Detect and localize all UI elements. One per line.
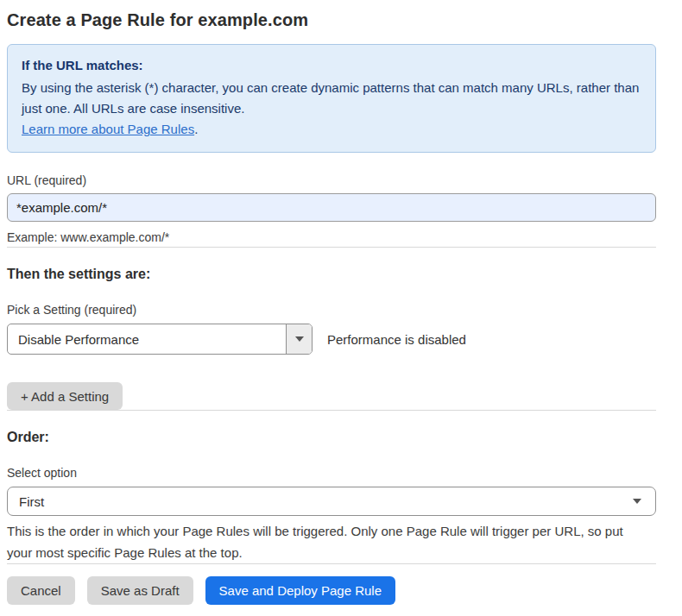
pick-setting-label: Pick a Setting (required) [7, 303, 656, 317]
url-input[interactable] [7, 193, 656, 222]
info-box-body-text: By using the asterisk (*) character, you… [22, 80, 639, 116]
divider [7, 563, 656, 564]
setting-dropdown-value: Disable Performance [8, 324, 286, 354]
link-suffix: . [194, 122, 198, 136]
chevron-down-icon [633, 499, 641, 504]
save-and-deploy-button[interactable]: Save and Deploy Page Rule [205, 576, 395, 605]
divider [7, 410, 656, 411]
add-setting-button[interactable]: + Add a Setting [7, 382, 123, 410]
order-dropdown-value: First [19, 494, 44, 509]
info-box-body: By using the asterisk (*) character, you… [22, 78, 641, 140]
setting-row: Disable Performance Performance is disab… [7, 324, 656, 355]
footer-actions: Cancel Save as Draft Save and Deploy Pag… [7, 576, 656, 605]
order-dropdown[interactable]: First [7, 487, 656, 516]
settings-section-heading: Then the settings are: [7, 267, 656, 282]
setting-dropdown[interactable]: Disable Performance [7, 324, 313, 355]
save-as-draft-button[interactable]: Save as Draft [87, 576, 193, 605]
url-field-label: URL (required) [7, 173, 656, 187]
create-page-rule-page: Create a Page Rule for example.com If th… [0, 0, 682, 616]
info-box-heading: If the URL matches: [22, 55, 641, 76]
url-example-text: Example: www.example.com/* [7, 228, 656, 247]
order-help-text: This is the order in which your Page Rul… [7, 520, 650, 563]
cancel-button[interactable]: Cancel [7, 576, 75, 605]
order-section-heading: Order: [7, 430, 656, 445]
url-matches-info-box: If the URL matches: By using the asteris… [7, 44, 656, 153]
divider [7, 247, 656, 248]
setting-dropdown-arrow-box[interactable] [286, 324, 312, 354]
order-select-label: Select option [7, 466, 656, 480]
chevron-down-icon [295, 336, 304, 342]
learn-more-link[interactable]: Learn more about Page Rules [22, 122, 194, 136]
setting-status-text: Performance is disabled [327, 332, 466, 347]
page-title: Create a Page Rule for example.com [7, 10, 656, 30]
